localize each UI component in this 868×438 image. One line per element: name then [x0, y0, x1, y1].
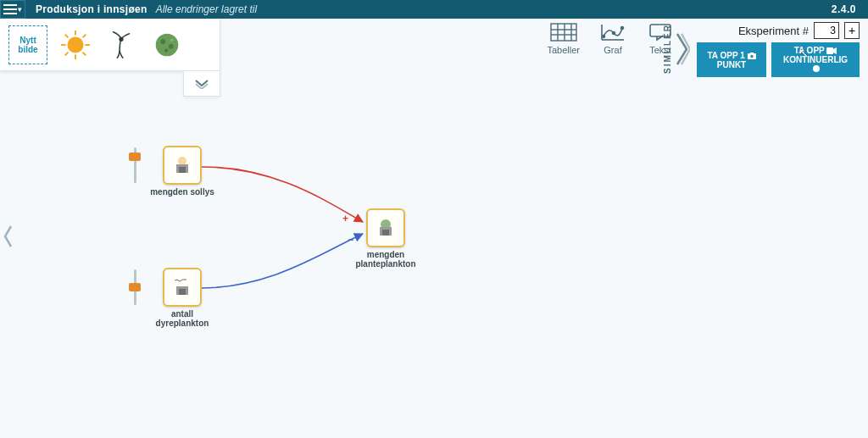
graph-button[interactable]: Graf [598, 22, 627, 55]
node-sun-label: mengden sollys [150, 187, 214, 197]
svg-line-9 [83, 52, 86, 55]
main-menu-button[interactable]: ▾ [0, 0, 25, 19]
edge-sun-to-phyto [200, 167, 363, 222]
node-sun-slider[interactable] [131, 147, 139, 183]
left-panel-expand-button[interactable] [2, 224, 14, 254]
app-title: Produksjon i innsjøen [36, 3, 147, 15]
svg-point-32 [178, 157, 186, 165]
save-status: Alle endringer lagret til [156, 3, 257, 15]
palette-panel: Nytt bilde [0, 19, 220, 71]
svg-line-11 [65, 52, 69, 55]
experiment-number-input[interactable]: 3 [814, 22, 839, 39]
record-one-line1: TA OPP 1 [707, 51, 744, 60]
node-phyto-label: mengden planteplankton [348, 250, 424, 269]
node-sun[interactable]: mengden sollys [144, 146, 220, 197]
graph-label: Graf [604, 45, 621, 55]
edge-zoo-to-phyto [200, 234, 363, 288]
diagram-edges [0, 71, 868, 438]
svg-rect-39 [382, 230, 389, 236]
svg-point-14 [160, 39, 165, 44]
graph-icon [598, 22, 627, 42]
phytoplankton-icon [151, 29, 183, 61]
app-version: 2.4.0 [832, 3, 856, 15]
node-zoo-slider[interactable] [131, 269, 139, 305]
svg-point-30 [750, 54, 753, 57]
node-zoo-box[interactable] [163, 268, 202, 307]
experiment-label: Eksperiment # [738, 25, 809, 37]
tables-icon [549, 22, 578, 42]
svg-rect-29 [750, 53, 754, 54]
svg-rect-2 [3, 13, 17, 14]
svg-point-24 [603, 36, 605, 38]
palette-item-phytoplankton[interactable] [149, 27, 185, 63]
palette-item-sun[interactable] [58, 27, 93, 63]
node-phyto-content-icon [375, 219, 397, 237]
camera-icon [748, 53, 756, 59]
node-sun-content-icon [171, 156, 193, 175]
simulate-label: SIMULÉR [663, 24, 672, 74]
svg-rect-0 [3, 4, 17, 6]
sun-icon [59, 29, 92, 61]
record-cont-line2: KONTINUERLIG [783, 55, 848, 64]
svg-rect-18 [551, 24, 576, 41]
svg-point-16 [164, 48, 168, 52]
chevron-left-icon [2, 224, 14, 249]
palette-item-zooplankton[interactable] [103, 27, 139, 63]
node-zoo-content-icon [171, 278, 193, 297]
svg-rect-36 [179, 289, 186, 295]
svg-point-17 [170, 38, 174, 42]
experiment-add-button[interactable]: + [844, 22, 860, 39]
node-zoo-label: antall dyreplankton [144, 309, 220, 328]
node-phyto[interactable]: mengden planteplankton [348, 208, 424, 269]
new-image-label: Nytt bilde [9, 36, 47, 54]
svg-point-3 [68, 36, 84, 53]
node-zoo[interactable]: antall dyreplankton [144, 268, 220, 328]
node-phyto-box[interactable] [366, 208, 405, 247]
simulate-group: SIMULÉR [663, 24, 690, 74]
video-icon [826, 47, 837, 54]
svg-point-13 [156, 33, 179, 56]
svg-rect-1 [3, 8, 17, 10]
svg-point-15 [169, 44, 174, 49]
tables-button[interactable]: Tabeller [547, 22, 580, 55]
record-one-line2: PUNKT [707, 60, 755, 69]
tables-label: Tabeller [547, 45, 580, 55]
svg-rect-31 [826, 47, 833, 54]
svg-rect-34 [179, 167, 186, 173]
mouse-cursor-icon: ↖ [798, 46, 809, 59]
svg-point-25 [613, 32, 615, 35]
svg-line-8 [65, 34, 69, 37]
svg-line-10 [83, 34, 86, 37]
zooplankton-icon [105, 29, 137, 61]
node-sun-box[interactable] [163, 146, 202, 185]
svg-point-12 [120, 37, 123, 41]
svg-point-26 [621, 27, 624, 30]
new-image-button[interactable]: Nytt bilde [8, 25, 47, 64]
simulate-chevron-icon [675, 30, 690, 68]
diagram-canvas[interactable]: + − mengden sollys antall dyreplankto [0, 71, 868, 438]
